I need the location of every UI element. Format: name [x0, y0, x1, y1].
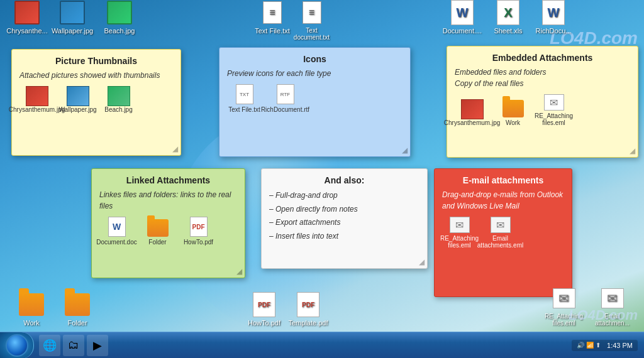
- email-title: E-mail attachments: [442, 175, 564, 185]
- watermark-bottom: LO4D.com: [569, 307, 638, 323]
- embedded-eml-icon: [544, 94, 564, 111]
- email-re-icon: [450, 217, 470, 233]
- icons-card-body: Preview icons for each file type: [227, 68, 402, 79]
- thumb-beach: Beach.jpg: [101, 86, 136, 113]
- embedded-work-label: Work: [506, 119, 520, 126]
- also-card: And also: – Full-drag-and drop – Open di…: [261, 168, 428, 269]
- clock: 1:43 PM: [607, 342, 633, 349]
- icons-card-title: Icons: [227, 54, 402, 64]
- chrysanthemum-icon: [14, 0, 40, 25]
- embedded-work: Work: [496, 100, 530, 126]
- picture-thumbnails-icons: Chrysanthemum.jpg Wallpaper.jpg Beach.jp…: [19, 86, 173, 113]
- email-attachments-label: Email attachments.eml: [477, 235, 523, 249]
- textdoc-label: Text document.txt: [291, 27, 332, 41]
- sheet-icon: [496, 0, 521, 25]
- richdocu-label: RichDocu...: [536, 27, 572, 35]
- embedded-eml-label: RE_Attaching files.eml: [535, 112, 573, 126]
- icons-card: Icons Preview icons for each file type T…: [219, 47, 411, 157]
- also-body: – Full-drag-and drop – Open directly fro…: [269, 189, 419, 243]
- linked-pdf-label: HowTo.pdf: [184, 239, 213, 246]
- desktop-icon-template[interactable]: PDF Template.pdf: [286, 292, 330, 327]
- desktop-icon-textfile[interactable]: Text File.txt: [253, 0, 291, 35]
- thumb-chrysanthemum-label: Chrysanthemum.jpg: [9, 106, 65, 113]
- start-orb: [6, 334, 28, 357]
- embedded-body: Embedded files and foldersCopy of the re…: [455, 67, 630, 89]
- linked-body: Linkes files and folders: links to the r…: [99, 189, 237, 212]
- textdoc-icon: [299, 0, 325, 25]
- desktop-icon-richdocu[interactable]: RichDocu...: [531, 0, 575, 35]
- email-body: Drag-and-drop e-mails from Outlook and W…: [442, 189, 564, 212]
- email-attachments: Email attachments.eml: [483, 217, 518, 249]
- linked-card: Linked Attachments Linkes files and fold…: [91, 168, 245, 278]
- richdocu-icon: [541, 0, 566, 25]
- work-label: Work: [23, 319, 39, 327]
- linked-pdf: HowTo.pdf: [181, 217, 216, 246]
- picture-thumbnails-title: Picture Thumbnails: [19, 56, 173, 66]
- embedded-red-icon: [461, 99, 484, 119]
- chrysanthemum-label: Chrysanthe...: [6, 27, 47, 35]
- ie-icon[interactable]: 🌐: [39, 335, 60, 356]
- beach-icon: [107, 0, 132, 25]
- thumb-green-icon: [108, 86, 130, 106]
- resize-handle-icons[interactable]: ◢: [402, 146, 408, 155]
- linked-folder: Folder: [140, 219, 175, 246]
- work-icon: [19, 292, 44, 317]
- email-re-label: RE_Attaching files.eml: [440, 235, 479, 249]
- desktop-icon-document[interactable]: Document....: [440, 0, 484, 35]
- resize-handle-also[interactable]: ◢: [419, 258, 425, 266]
- thumb-wallpaper-label: Wallpaper.jpg: [58, 106, 96, 113]
- linked-title: Linked Attachments: [99, 175, 237, 185]
- icons-card-icons: Text File.txt RichDocument.rtf: [227, 84, 402, 113]
- folder-label: Folder: [67, 319, 87, 327]
- wallpaper-icon: [60, 0, 85, 25]
- email-attach-icon: [491, 217, 511, 233]
- icons-rtf-label: RichDocument.rtf: [261, 106, 309, 113]
- embedded-eml: RE_Attaching files.eml: [536, 94, 571, 126]
- document-icon: [450, 0, 475, 25]
- desktop-icon-howto[interactable]: PDF HowTo.pdf: [242, 292, 286, 327]
- folder-icon: [65, 292, 90, 317]
- resize-handle-linked[interactable]: ◢: [236, 267, 242, 276]
- desktop-icon-textdoc[interactable]: Text document.txt: [291, 0, 332, 41]
- linked-folder-icon: [147, 219, 169, 237]
- desktop-icon-sheet[interactable]: Sheet.xls: [486, 0, 530, 35]
- desktop-icon-chrysanthemum[interactable]: Chrysanthe...: [5, 0, 49, 35]
- email-card: E-mail attachments Drag-and-drop e-mails…: [434, 168, 572, 297]
- resize-handle-thumbnails[interactable]: ◢: [172, 144, 178, 153]
- howto-pdf-icon: PDF: [252, 292, 277, 317]
- media-icon[interactable]: ▶: [87, 335, 108, 356]
- start-button[interactable]: [0, 332, 34, 359]
- linked-icons: Document.doc Folder HowTo.pdf: [99, 217, 237, 246]
- embedded-chrysanthemum: Chrysanthemum.jpg: [455, 99, 489, 126]
- sheet-label: Sheet.xls: [494, 27, 522, 35]
- linked-word-icon: [108, 217, 126, 237]
- resize-handle-embedded[interactable]: ◢: [630, 146, 635, 155]
- desktop-icon-work[interactable]: Work: [9, 292, 53, 327]
- icons-textfile-label: Text File.txt: [228, 106, 260, 113]
- embedded-card: Embedded Attachments Embedded files and …: [447, 46, 638, 158]
- linked-folder-label: Folder: [148, 239, 166, 246]
- textfile-label: Text File.txt: [255, 27, 290, 35]
- desktop-icon-beach[interactable]: Beach.jpg: [97, 0, 142, 35]
- document-label: Document....: [443, 27, 482, 35]
- taskbar: 🌐 🗂 ▶ 🔊 📶 ⬆ 1:43 PM: [0, 332, 644, 358]
- desktop-icon-wallpaper[interactable]: Wallpaper.jpg: [50, 0, 94, 35]
- thumb-wallpaper: Wallpaper.jpg: [60, 86, 95, 113]
- thumb-chrysanthemum: Chrysanthemum.jpg: [19, 86, 54, 113]
- template-pdf-icon: PDF: [296, 292, 321, 317]
- picture-thumbnails-body: Attached pictures showed with thumbnails: [19, 70, 173, 81]
- embedded-icons: Chrysanthemum.jpg Work RE_Attaching file…: [455, 94, 630, 126]
- picture-thumbnails-card: Picture Thumbnails Attached pictures sho…: [11, 49, 181, 156]
- desktop-icon-folder[interactable]: Folder: [55, 292, 99, 327]
- thumb-blue-icon: [67, 86, 89, 106]
- also-title: And also:: [269, 175, 419, 185]
- embedded-title: Embedded Attachments: [455, 53, 630, 63]
- explorer-icon[interactable]: 🗂: [63, 335, 84, 356]
- system-tray: 🔊 📶 ⬆ 1:43 PM: [572, 340, 638, 351]
- embedded-chrysanthemum-label: Chrysanthemum.jpg: [444, 119, 500, 126]
- taskbar-icons: 🌐 🗂 ▶: [34, 335, 113, 356]
- howto-label: HowTo.pdf: [248, 319, 280, 327]
- thumb-red-icon: [26, 86, 48, 106]
- icons-textfile: Text File.txt: [227, 84, 262, 113]
- email-re-attach: RE_Attaching files.eml: [442, 217, 477, 249]
